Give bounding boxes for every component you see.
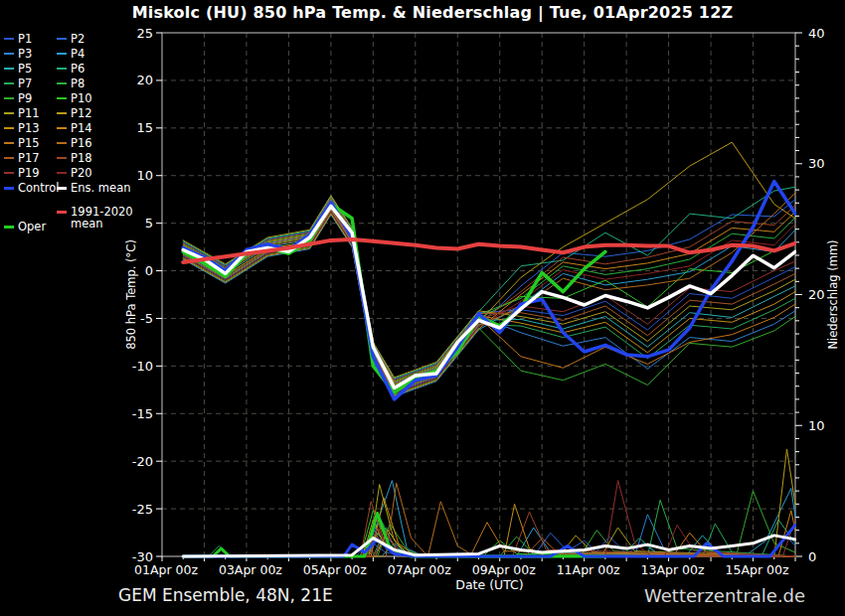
svg-text:0: 0 <box>145 263 153 278</box>
right-axis-title: Niederschlag (mm) <box>826 239 840 349</box>
temp-line-P18 <box>183 205 795 389</box>
precip-line-P20 <box>183 525 795 556</box>
temp-line-P2 <box>183 200 795 393</box>
svg-text:09Apr 00z: 09Apr 00z <box>472 562 536 577</box>
svg-text:40: 40 <box>808 26 825 41</box>
svg-text:-15: -15 <box>132 406 153 421</box>
svg-text:5: 5 <box>145 216 153 231</box>
svg-text:-5: -5 <box>140 311 153 326</box>
svg-text:13Apr 00z: 13Apr 00z <box>641 562 705 577</box>
svg-text:15: 15 <box>136 120 153 135</box>
svg-text:20: 20 <box>808 287 825 302</box>
svg-text:0: 0 <box>808 549 816 564</box>
x-axis-title: Date (UTC) <box>455 577 523 592</box>
temp-line-P6 <box>183 187 795 379</box>
svg-text:10: 10 <box>136 168 153 183</box>
temp-line-Ens. mean <box>183 206 795 387</box>
series-group <box>183 142 795 556</box>
svg-text:15Apr 00z: 15Apr 00z <box>726 562 789 577</box>
svg-text:03Apr 00z: 03Apr 00z <box>219 562 282 577</box>
temp-line-P5 <box>183 205 795 386</box>
svg-text:25: 25 <box>136 26 153 41</box>
svg-text:-10: -10 <box>132 359 153 374</box>
temp-line-P15 <box>183 203 795 385</box>
temp-line-P10 <box>183 204 795 385</box>
brand-label: Wetterzentrale.de <box>644 585 805 606</box>
svg-text:11Apr 00z: 11Apr 00z <box>557 562 620 577</box>
plot-area: -30-25-20-15-10-5051015202501020304001Ap… <box>0 0 845 616</box>
model-info-label: GEM Ensemble, 48N, 21E <box>118 585 333 605</box>
meteogram-chart: Miskolc (HU) 850 hPa Temp. & Niederschla… <box>0 0 845 616</box>
svg-text:07Apr 00z: 07Apr 00z <box>388 562 451 577</box>
svg-text:-20: -20 <box>132 454 153 469</box>
svg-text:30: 30 <box>808 156 825 171</box>
svg-text:-25: -25 <box>132 502 153 517</box>
axis-tick-labels: -30-25-20-15-10-5051015202501020304001Ap… <box>124 26 840 593</box>
svg-text:20: 20 <box>136 73 153 87</box>
temp-line-P12 <box>183 142 795 388</box>
temp-line-P1 <box>183 198 795 380</box>
svg-text:10: 10 <box>808 418 825 433</box>
left-axis-title: 850 hPa Temp. (°C) <box>124 239 138 350</box>
precip-line-P12 <box>183 449 795 556</box>
svg-text:05Apr 00z: 05Apr 00z <box>303 562 367 577</box>
svg-text:01Apr 00z: 01Apr 00z <box>134 562 198 577</box>
